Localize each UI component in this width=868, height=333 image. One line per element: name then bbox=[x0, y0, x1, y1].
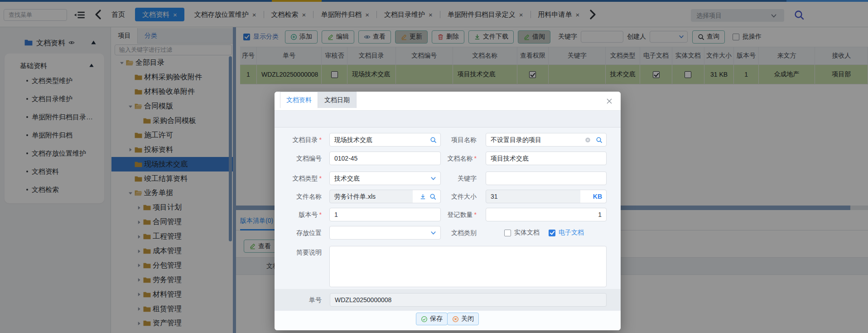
dialog-tabs bbox=[275, 111, 621, 127]
bill-no-input: WDZL20250000008 bbox=[330, 293, 607, 307]
search-icon[interactable] bbox=[596, 137, 603, 143]
location-input[interactable] bbox=[329, 226, 441, 240]
file-size-label: 文件大小 bbox=[429, 190, 477, 203]
summary-textarea[interactable] bbox=[329, 246, 607, 287]
quantity-label: 登记数量* bbox=[429, 208, 477, 221]
summary-label: 简要说明 bbox=[275, 248, 322, 257]
dialog-tab-docdate[interactable]: 文档日期 bbox=[318, 92, 357, 108]
keyword-input[interactable] bbox=[486, 171, 607, 185]
project-name-input[interactable]: 不设置目录的项目 bbox=[486, 133, 607, 147]
doc-code-label: 文档编号 bbox=[275, 152, 322, 165]
doc-code-input[interactable]: 0102-45 bbox=[329, 152, 441, 165]
keyword-label: 关键字 bbox=[429, 171, 477, 185]
edit-dialog: 文档资料-编辑 文档资料 文档日期 文档目录*现场技术交底项目名称不设置目录的项… bbox=[275, 92, 621, 330]
bill-no-label: 单号 bbox=[275, 293, 322, 307]
file-size-unit: KB bbox=[593, 190, 602, 203]
save-button[interactable]: 保存 bbox=[416, 313, 448, 325]
file-name-label: 文件名称 bbox=[275, 190, 322, 203]
project-name-label: 项目名称 bbox=[429, 133, 477, 147]
file-size-input[interactable]: 31KB bbox=[486, 190, 607, 203]
quantity-input[interactable]: 1 bbox=[486, 208, 607, 221]
version-input[interactable]: 1 bbox=[329, 208, 441, 221]
circle-close-icon bbox=[452, 316, 459, 323]
location-label: 存放位置 bbox=[275, 226, 322, 240]
electronic-doc-checkbox[interactable] bbox=[549, 230, 555, 236]
dialog-footer: 保存 关闭 bbox=[275, 311, 621, 330]
close-icon[interactable] bbox=[606, 98, 613, 105]
physical-doc-label: 实体文档 bbox=[514, 229, 540, 237]
download-icon[interactable] bbox=[420, 193, 426, 200]
doc-name-input[interactable]: 项目技术交底 bbox=[486, 152, 607, 165]
doc-dir-label: 文档目录* bbox=[275, 133, 322, 147]
clear-icon[interactable] bbox=[585, 137, 591, 143]
circle-check-icon bbox=[421, 316, 428, 323]
doc-type-input[interactable]: 技术交底 bbox=[329, 171, 441, 185]
doc-name-label: 文档名称* bbox=[429, 152, 477, 165]
dialog-tab-docinfo[interactable]: 文档资料 bbox=[280, 92, 318, 108]
doc-type-label: 文档类型* bbox=[275, 171, 322, 185]
category-label: 文档类别 bbox=[429, 226, 477, 240]
file-name-input[interactable]: 劳务计件单.xls bbox=[329, 190, 441, 203]
electronic-doc-label: 电子文档 bbox=[559, 229, 584, 237]
close-button[interactable]: 关闭 bbox=[447, 313, 479, 325]
doc-dir-input[interactable]: 现场技术交底 bbox=[329, 133, 441, 147]
physical-doc-checkbox[interactable] bbox=[504, 230, 511, 236]
version-label: 版本号* bbox=[275, 208, 322, 221]
